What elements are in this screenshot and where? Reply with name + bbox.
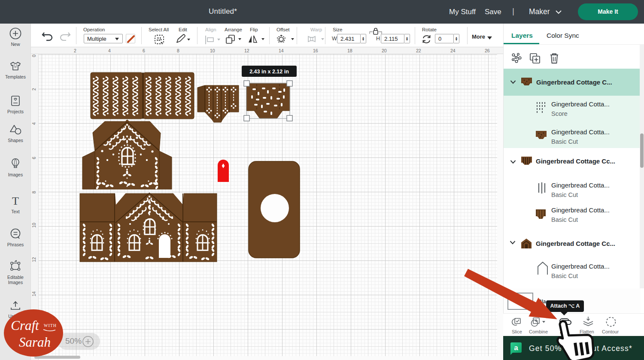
svg-text:a: a	[514, 344, 518, 352]
svg-text:2.43 in x 2.12 in: 2.43 in x 2.12 in	[249, 69, 289, 75]
svg-text:Sarah: Sarah	[19, 335, 51, 350]
svg-text:WITH: WITH	[44, 323, 57, 328]
svg-text:Craft: Craft	[11, 318, 39, 333]
svg-text:T: T	[12, 195, 19, 207]
